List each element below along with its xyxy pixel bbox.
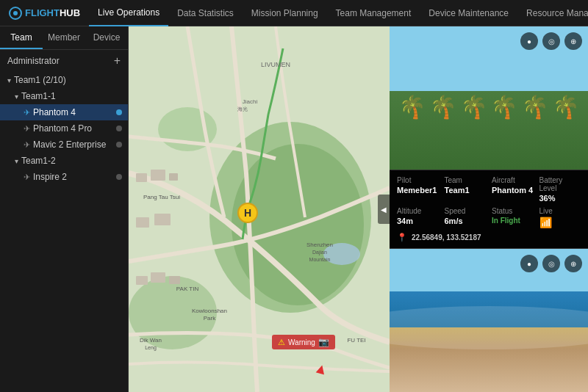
sidebar-tree: ▾ Team1 (2/10) ▾ Team1-1 ✈ Phantom 4 ✈ P… [0, 72, 128, 392]
palm-trees: 🌴 🌴 🌴 🌴 🌴 🌴 [390, 59, 588, 118]
nav-resource-management[interactable]: Resource Management [517, 0, 588, 26]
camera-feed-bottom: ● ◎ ⊕ [390, 249, 588, 392]
altitude-label: Altitude [397, 207, 439, 215]
logo-text: FLIGHTHUB [25, 7, 80, 18]
warning-text: Warning [288, 338, 315, 346]
aircraft-label: Aircraft [492, 176, 534, 184]
camera-controls-bottom: ● ◎ ⊕ [520, 255, 582, 272]
camera-control-btn3[interactable]: ⊕ [564, 32, 582, 50]
team1-label: Team1 (2/10) [14, 75, 66, 85]
status-dot-blue [116, 109, 122, 115]
right-panel: 🌴 🌴 🌴 🌴 🌴 🌴 ● ◎ ⊕ [390, 26, 588, 392]
camera-control-bottom-btn3[interactable]: ⊕ [564, 255, 582, 272]
tree-phantom4pro[interactable]: ✈ Phantom 4 Pro [0, 120, 128, 137]
svg-rect-12 [151, 272, 165, 283]
pilot-cell: Pilot Memeber1 [397, 176, 439, 203]
tree-inspire2[interactable]: ✈ Inspire 2 [0, 169, 128, 185]
collapse-panel-button[interactable]: ◀ [378, 195, 390, 224]
nav-device-maintenance[interactable]: Device Maintenance [420, 0, 517, 26]
battery-value: 36% [539, 194, 581, 203]
tab-device[interactable]: Device [85, 26, 128, 49]
team-value: Team1 [445, 186, 487, 195]
camera-control-btn2[interactable]: ◎ [542, 32, 560, 50]
tab-member[interactable]: Member [43, 26, 85, 49]
battery-cell: Battery Level 36% [539, 176, 581, 203]
inspire2-label: Inspire 2 [33, 172, 67, 182]
logo-icon [9, 7, 22, 20]
map-area[interactable]: LIVUMEN Jiachi 海光 Pang Tau Tsui PAK TIN … [129, 26, 390, 392]
svg-rect-6 [136, 173, 147, 182]
tab-team[interactable]: Team [0, 26, 43, 49]
live-label: Live [539, 207, 581, 215]
map-marker-h[interactable]: H [237, 203, 258, 223]
status-label: Status [492, 207, 534, 215]
map-svg: LIVUMEN Jiachi 海光 Pang Tau Tsui PAK TIN … [129, 26, 390, 392]
tree-phantom4[interactable]: ✈ Phantom 4 [0, 104, 128, 120]
status-dot-gray [116, 174, 122, 180]
nav-mission-planning[interactable]: Mission Planning [243, 0, 327, 26]
battery-label: Battery Level [539, 176, 581, 192]
pilot-label: Pilot [397, 176, 439, 184]
live-indicator: 📶 [539, 217, 581, 228]
svg-rect-9 [136, 217, 149, 228]
palm-icon: 🌴 [398, 96, 426, 118]
wave-overlay [390, 306, 588, 349]
tree-team1[interactable]: ▾ Team1 (2/10) [0, 72, 128, 88]
status-cell: Status In Flight [492, 207, 534, 228]
gps-row: 📍 22.56849, 133.52187 [397, 233, 581, 242]
team-label: Team [445, 176, 487, 184]
svg-text:Jiachi: Jiachi [243, 98, 258, 105]
gps-value: 22.56849, 133.52187 [412, 233, 481, 242]
add-team-button[interactable]: + [114, 54, 121, 68]
svg-text:Park: Park [204, 315, 216, 322]
live-cell: Live 📶 [539, 207, 581, 228]
svg-text:Mountain: Mountain [309, 257, 331, 262]
sidebar: Team Member Device Administrator + ▾ Tea… [0, 26, 129, 392]
palm-icon: 🌴 [429, 96, 456, 118]
status-value: In Flight [492, 217, 534, 225]
expand-icon: ▾ [15, 157, 18, 165]
palm-icon: 🌴 [552, 96, 579, 118]
tree-team1-1[interactable]: ▾ Team1-1 [0, 88, 128, 104]
svg-text:Dajian: Dajian [312, 250, 327, 255]
flight-info-row-1: Pilot Memeber1 Team Team1 Aircraft Phant… [397, 176, 581, 203]
svg-text:FU TEI: FU TEI [347, 337, 365, 344]
sidebar-header: Administrator + [0, 50, 128, 72]
gps-icon: 📍 [397, 233, 407, 242]
camera-feed-top: 🌴 🌴 🌴 🌴 🌴 🌴 ● ◎ ⊕ [390, 26, 588, 170]
status-dot-gray [116, 142, 122, 148]
team1-2-label: Team1-2 [21, 156, 56, 166]
svg-text:Dik Wan: Dik Wan [140, 337, 162, 344]
nav-items: Live Operations Data Statistics Mission … [89, 0, 588, 26]
nav-live-operations[interactable]: Live Operations [89, 0, 168, 26]
drone-icon: ✈ [24, 173, 30, 182]
camera-control-bottom-btn2[interactable]: ◎ [542, 255, 560, 272]
drone-icon: ✈ [24, 140, 30, 150]
expand-icon: ▾ [15, 92, 18, 101]
svg-rect-13 [169, 276, 180, 284]
main-layout: Team Member Device Administrator + ▾ Tea… [0, 26, 588, 392]
camera-control-btn1[interactable]: ● [520, 32, 538, 50]
nav-team-management[interactable]: Team Management [327, 0, 420, 26]
speed-value: 6m/s [445, 217, 487, 225]
aircraft-value: Phantom 4 [492, 186, 534, 195]
camera-controls-top: ● ◎ ⊕ [520, 32, 582, 50]
flight-info-row-2: Altitude 34m Speed 6m/s Status In Flight… [397, 207, 581, 228]
svg-text:Pang Tau Tsui: Pang Tau Tsui [143, 194, 180, 200]
svg-rect-7 [151, 170, 165, 181]
svg-rect-8 [169, 173, 178, 181]
svg-text:Leng: Leng [145, 345, 157, 351]
team-cell: Team Team1 [445, 176, 487, 203]
nav-data-statistics[interactable]: Data Statistics [168, 0, 243, 26]
tree-team1-2[interactable]: ▾ Team1-2 [0, 153, 128, 169]
camera-icon: 📷 [318, 337, 329, 347]
drone-icon: ✈ [24, 108, 30, 117]
svg-text:LIVUMEN: LIVUMEN [261, 61, 290, 68]
camera-control-bottom-btn1[interactable]: ● [520, 255, 538, 272]
tree-mavic2[interactable]: ✈ Mavic 2 Enterprise [0, 137, 128, 153]
aircraft-cell: Aircraft Phantom 4 [492, 176, 534, 203]
map-marker-warning[interactable]: Warning 📷 [272, 335, 335, 349]
speed-cell: Speed 6m/s [445, 207, 487, 228]
svg-text:海光: 海光 [237, 106, 248, 112]
svg-text:PAK TIN: PAK TIN [176, 286, 199, 292]
